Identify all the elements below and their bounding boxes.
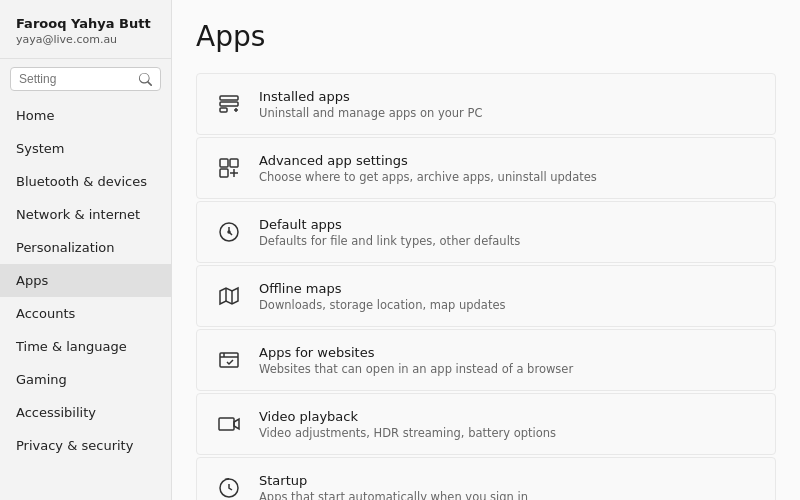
startup-icon (213, 472, 245, 500)
nav-list: Home System Bluetooth & devices Network … (0, 99, 171, 500)
video-playback-title: Video playback (259, 409, 556, 424)
default-apps-item[interactable]: Default apps Defaults for file and link … (196, 201, 776, 263)
settings-list: Installed apps Uninstall and manage apps… (196, 73, 776, 500)
video-playback-desc: Video adjustments, HDR streaming, batter… (259, 426, 556, 440)
svg-rect-9 (219, 418, 234, 430)
offline-maps-text: Offline maps Downloads, storage location… (259, 281, 505, 312)
advanced-app-icon (213, 152, 245, 184)
advanced-app-desc: Choose where to get apps, archive apps, … (259, 170, 597, 184)
user-section: Farooq Yahya Butt yaya@live.com.au (0, 0, 171, 59)
svg-point-7 (228, 231, 230, 233)
startup-item[interactable]: Startup Apps that start automatically wh… (196, 457, 776, 500)
search-input[interactable] (19, 72, 139, 86)
video-playback-item[interactable]: Video playback Video adjustments, HDR st… (196, 393, 776, 455)
offline-maps-title: Offline maps (259, 281, 505, 296)
svg-rect-2 (220, 108, 227, 112)
apps-for-websites-item[interactable]: Apps for websites Websites that can open… (196, 329, 776, 391)
video-playback-icon (213, 408, 245, 440)
page-title: Apps (196, 20, 776, 53)
sidebar-item-system[interactable]: System (0, 132, 171, 165)
offline-maps-icon (213, 280, 245, 312)
apps-websites-text: Apps for websites Websites that can open… (259, 345, 573, 376)
sidebar-item-personalization[interactable]: Personalization (0, 231, 171, 264)
sidebar-item-privacy[interactable]: Privacy & security (0, 429, 171, 462)
advanced-app-settings-item[interactable]: Advanced app settings Choose where to ge… (196, 137, 776, 199)
apps-websites-icon (213, 344, 245, 376)
startup-title: Startup (259, 473, 528, 488)
default-apps-desc: Defaults for file and link types, other … (259, 234, 520, 248)
svg-rect-5 (220, 169, 228, 177)
search-icon (139, 73, 152, 86)
installed-apps-title: Installed apps (259, 89, 482, 104)
sidebar-item-network[interactable]: Network & internet (0, 198, 171, 231)
offline-maps-desc: Downloads, storage location, map updates (259, 298, 505, 312)
installed-apps-icon (213, 88, 245, 120)
apps-websites-title: Apps for websites (259, 345, 573, 360)
sidebar-item-apps[interactable]: Apps (0, 264, 171, 297)
installed-apps-item[interactable]: Installed apps Uninstall and manage apps… (196, 73, 776, 135)
sidebar-item-time[interactable]: Time & language (0, 330, 171, 363)
installed-apps-desc: Uninstall and manage apps on your PC (259, 106, 482, 120)
main-content: Apps Installed apps Uninstall and manage… (172, 0, 800, 500)
svg-rect-1 (220, 102, 238, 106)
user-email: yaya@live.com.au (16, 33, 159, 46)
offline-maps-item[interactable]: Offline maps Downloads, storage location… (196, 265, 776, 327)
sidebar-item-home[interactable]: Home (0, 99, 171, 132)
default-apps-icon (213, 216, 245, 248)
sidebar-item-gaming[interactable]: Gaming (0, 363, 171, 396)
sidebar-item-accessibility[interactable]: Accessibility (0, 396, 171, 429)
advanced-app-text: Advanced app settings Choose where to ge… (259, 153, 597, 184)
installed-apps-text: Installed apps Uninstall and manage apps… (259, 89, 482, 120)
sidebar-item-accounts[interactable]: Accounts (0, 297, 171, 330)
video-playback-text: Video playback Video adjustments, HDR st… (259, 409, 556, 440)
startup-text: Startup Apps that start automatically wh… (259, 473, 528, 501)
default-apps-text: Default apps Defaults for file and link … (259, 217, 520, 248)
svg-rect-0 (220, 96, 238, 100)
advanced-app-title: Advanced app settings (259, 153, 597, 168)
sidebar-item-bluetooth[interactable]: Bluetooth & devices (0, 165, 171, 198)
sidebar: Farooq Yahya Butt yaya@live.com.au Home … (0, 0, 172, 500)
svg-rect-4 (230, 159, 238, 167)
default-apps-title: Default apps (259, 217, 520, 232)
svg-rect-3 (220, 159, 228, 167)
apps-websites-desc: Websites that can open in an app instead… (259, 362, 573, 376)
search-box[interactable] (10, 67, 161, 91)
startup-desc: Apps that start automatically when you s… (259, 490, 528, 501)
user-name: Farooq Yahya Butt (16, 16, 159, 31)
